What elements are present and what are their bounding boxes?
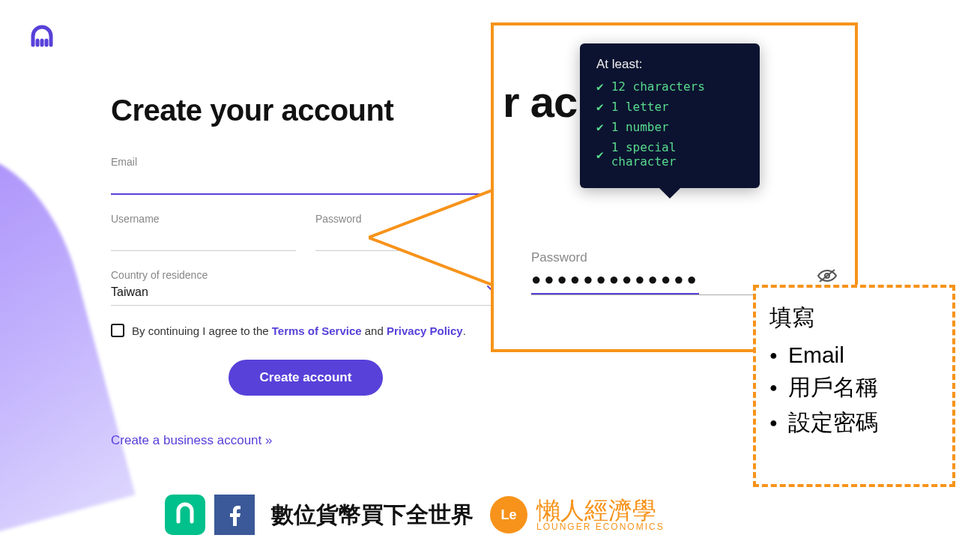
facebook-icon (214, 495, 255, 535)
svg-marker-4 (373, 192, 494, 283)
tooltip-item: ✔1 number (596, 120, 745, 134)
agree-checkbox[interactable] (111, 324, 124, 337)
callout-password-label: Password (531, 250, 831, 265)
username-field-group: Username (111, 213, 296, 251)
lounger-economics-icon: Le (490, 496, 527, 534)
tooltip-item: ✔1 special character (596, 140, 745, 169)
business-account-link[interactable]: Create a business account » (111, 433, 272, 448)
instruction-heading: 填寫 (769, 303, 939, 333)
lounger-economics-text: 懶人經濟學 LOUNGER ECONOMICS (536, 498, 665, 531)
instruction-item: Email (769, 342, 939, 368)
instruction-box: 填寫 Email 用戶名稱 設定密碼 (753, 285, 955, 487)
username-field[interactable] (111, 226, 296, 251)
tooltip-title: At least: (596, 57, 745, 72)
privacy-link[interactable]: Privacy Policy (387, 324, 463, 337)
active-underline (531, 293, 699, 294)
instruction-item: 設定密碼 (769, 408, 939, 438)
tooltip-item: ✔12 characters (596, 79, 745, 94)
username-label: Username (111, 213, 296, 225)
instruction-item: 用戶名稱 (769, 372, 939, 403)
create-account-button[interactable]: Create account (229, 360, 384, 396)
tooltip-item: ✔1 letter (596, 100, 745, 114)
check-icon: ✔ (596, 100, 604, 114)
agree-text: By continuing I agree to the Terms of Se… (132, 324, 466, 337)
callout-heading-fragment: r ac (503, 76, 577, 127)
terms-link[interactable]: Terms of Service (272, 324, 362, 337)
svg-text:Le: Le (500, 507, 516, 522)
footer: 數位貨幣買下全世界 Le 懶人經濟學 LOUNGER ECONOMICS (165, 495, 665, 535)
check-icon: ✔ (596, 120, 604, 134)
password-rules-tooltip: At least: ✔12 characters ✔1 letter ✔1 nu… (580, 43, 760, 188)
brand-logo (28, 22, 55, 52)
agree-row: By continuing I agree to the Terms of Se… (111, 324, 500, 337)
footer-slogan-1: 數位貨幣買下全世界 (271, 500, 474, 531)
green-app-icon (165, 495, 205, 535)
callout-arrow (369, 189, 503, 286)
email-label: Email (111, 156, 500, 168)
check-icon: ✔ (596, 148, 604, 162)
page-title: Create your account (111, 94, 500, 127)
check-icon: ✔ (596, 79, 604, 94)
